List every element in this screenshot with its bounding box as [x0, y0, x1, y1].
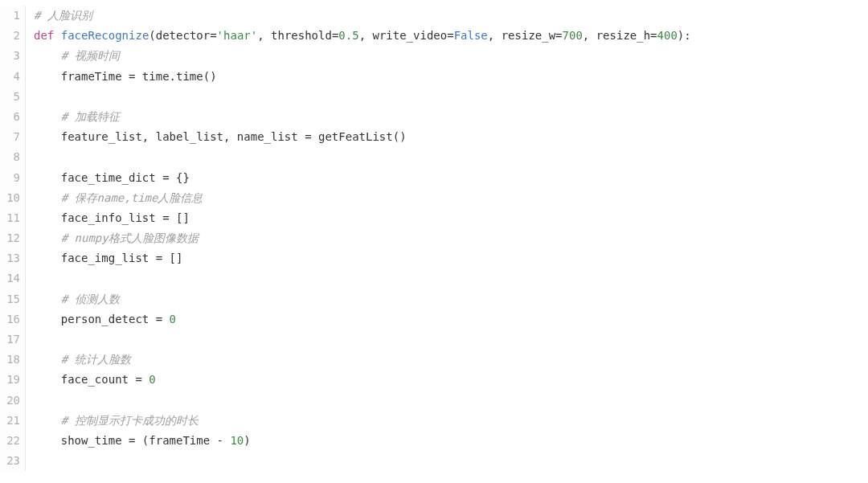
code-line[interactable]: face_info_list = [] [34, 208, 868, 228]
code-token: # numpy格式人脸图像数据 [61, 228, 199, 248]
code-token: 0 [170, 309, 176, 330]
code-token [34, 188, 61, 208]
code-line[interactable]: # 统计人脸数 [34, 350, 868, 370]
code-token: face_img_list = [] [34, 248, 182, 268]
code-token [34, 228, 61, 248]
code-token: (detector= [149, 26, 216, 46]
line-number-gutter: 1234567891011121314151617181920212223 [0, 6, 26, 471]
code-token: faceRecognize [61, 26, 149, 46]
code-line[interactable]: # 保存name,time人脸信息 [34, 188, 868, 208]
code-line[interactable]: # 视频时间 [34, 46, 868, 66]
code-line[interactable]: # numpy格式人脸图像数据 [34, 228, 868, 248]
code-line[interactable]: feature_list, label_list, name_list = ge… [34, 127, 868, 147]
line-number: 7 [0, 127, 20, 147]
code-line[interactable]: # 加载特征 [34, 107, 868, 127]
code-token: 'haar' [217, 26, 258, 46]
code-token: def [34, 26, 54, 46]
code-line[interactable]: frameTime = time.time() [34, 67, 868, 87]
line-number: 19 [0, 370, 20, 390]
line-number: 10 [0, 188, 20, 208]
code-container: 1234567891011121314151617181920212223 # … [0, 6, 868, 471]
code-token: 700 [563, 26, 583, 46]
code-token: 0 [149, 370, 155, 390]
line-number: 21 [0, 411, 20, 431]
code-token: ) [244, 431, 250, 451]
code-token: , threshold= [257, 26, 338, 46]
code-line[interactable]: face_img_list = [] [34, 248, 868, 268]
code-line[interactable] [34, 330, 868, 350]
code-line[interactable]: # 控制显示打卡成功的时长 [34, 411, 868, 431]
code-token: , resize_w= [488, 26, 563, 46]
code-token: # 统计人脸数 [61, 350, 131, 370]
code-token: # 侦测人数 [61, 289, 120, 309]
code-line[interactable]: show_time = (frameTime - 10) [34, 431, 868, 451]
line-number: 2 [0, 26, 20, 46]
code-token: face_info_list = [] [34, 208, 190, 228]
line-number: 23 [0, 451, 20, 471]
line-number: 5 [0, 87, 20, 107]
code-token: ): [678, 26, 691, 46]
line-number: 9 [0, 168, 20, 188]
line-number: 1 [0, 6, 20, 26]
code-line[interactable]: person_detect = 0 [34, 309, 868, 330]
line-number: 3 [0, 46, 20, 66]
code-line[interactable]: def faceRecognize(detector='haar', thres… [34, 26, 868, 46]
code-token [34, 46, 61, 66]
code-token: # 保存name,time人脸信息 [61, 188, 203, 208]
code-line[interactable] [34, 87, 868, 107]
code-token: face_count = [34, 370, 149, 390]
code-token [34, 350, 61, 370]
code-line[interactable]: face_count = 0 [34, 370, 868, 390]
code-line[interactable]: # 人脸识别 [34, 6, 868, 26]
code-token: face_time_dict = {} [34, 168, 190, 188]
code-token: # 加载特征 [61, 107, 120, 127]
code-token: False [454, 26, 488, 46]
line-number: 14 [0, 268, 20, 289]
code-line[interactable] [34, 451, 868, 471]
line-number: 22 [0, 431, 20, 451]
line-number: 11 [0, 208, 20, 228]
code-token: # 人脸识别 [34, 6, 92, 26]
code-area[interactable]: # 人脸识别def faceRecognize(detector='haar',… [26, 6, 868, 471]
code-token: feature_list, label_list, name_list = ge… [34, 127, 407, 147]
code-token [34, 107, 61, 127]
line-number: 12 [0, 228, 20, 248]
line-number: 4 [0, 67, 20, 87]
line-number: 8 [0, 147, 20, 167]
code-line[interactable] [34, 391, 868, 411]
code-token: 0.5 [338, 26, 358, 46]
code-token: person_detect = [34, 309, 170, 330]
code-token: frameTime = time.time() [34, 67, 217, 87]
code-token [34, 289, 61, 309]
line-number: 6 [0, 107, 20, 127]
code-token: , resize_h= [583, 26, 657, 46]
code-token [34, 411, 61, 431]
code-token: , write_video= [359, 26, 454, 46]
code-token [54, 26, 60, 46]
code-token: show_time = (frameTime - [34, 431, 230, 451]
code-line[interactable] [34, 147, 868, 167]
code-token: 400 [657, 26, 678, 46]
code-line[interactable]: # 侦测人数 [34, 289, 868, 309]
code-token: # 视频时间 [61, 46, 120, 66]
line-number: 20 [0, 391, 20, 411]
line-number: 15 [0, 289, 20, 309]
code-token: 10 [230, 431, 244, 451]
line-number: 13 [0, 248, 20, 268]
line-number: 16 [0, 309, 20, 330]
code-line[interactable]: face_time_dict = {} [34, 168, 868, 188]
line-number: 17 [0, 330, 20, 350]
line-number: 18 [0, 350, 20, 370]
code-line[interactable] [34, 268, 868, 289]
code-token: # 控制显示打卡成功的时长 [61, 411, 199, 431]
